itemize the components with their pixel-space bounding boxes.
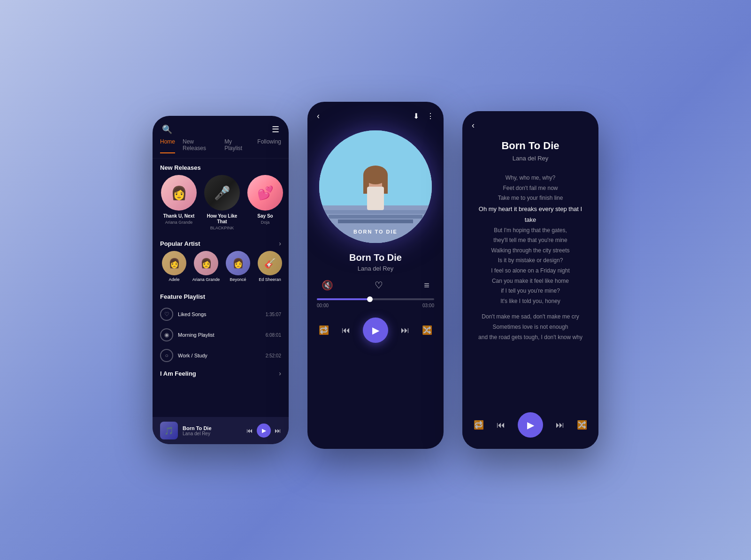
album-circle: BORN TO DIE bbox=[319, 130, 432, 243]
lyrics-back-button[interactable]: ‹ bbox=[472, 121, 475, 130]
release-item-ariana[interactable]: 👩 Thank U, Next Ariana Grande bbox=[160, 175, 198, 230]
release-artist-ariana: Ariana Grande bbox=[165, 220, 193, 225]
lyrics-shuffle-button[interactable]: 🔀 bbox=[577, 420, 587, 430]
lyric-line-2: Feet don't fail me now bbox=[474, 183, 587, 194]
next-button[interactable]: ⏭ bbox=[401, 325, 409, 335]
progress-fill bbox=[317, 298, 370, 300]
svg-rect-3 bbox=[329, 215, 422, 219]
lyrics-container: Why, who me, why? Feet don't fail me now… bbox=[462, 173, 598, 342]
avatar-beyonce: 👩 bbox=[226, 251, 250, 275]
more-icon[interactable]: ⋮ bbox=[427, 112, 434, 121]
lyrics-play-pause-button[interactable]: ▶ bbox=[518, 412, 543, 438]
lyrics-prev-button[interactable]: ⏮ bbox=[497, 420, 505, 430]
svg-rect-9 bbox=[367, 187, 384, 210]
popular-artist-title: Popular Artist bbox=[160, 240, 200, 247]
phone-home: 🔍 ☰ Home New Releases My Playlist Follow… bbox=[153, 116, 289, 444]
i-am-feeling-chevron[interactable]: › bbox=[279, 370, 281, 377]
lyric-line-12: It's like I told you, honey bbox=[474, 296, 587, 307]
svg-rect-2 bbox=[319, 210, 432, 214]
nav-my-playlist[interactable]: My Playlist bbox=[224, 138, 250, 153]
download-icon[interactable]: ⬇ bbox=[413, 112, 419, 121]
album-art-svg: BORN TO DIE bbox=[319, 130, 432, 243]
lyrics-repeat-button[interactable]: 🔁 bbox=[474, 420, 484, 430]
now-playing-info: Born To Die Lana del Rey bbox=[183, 425, 242, 436]
next-button[interactable]: ⏭ bbox=[275, 427, 281, 434]
now-playing-bar[interactable]: 🎵 Born To Die Lana del Rey ⏮ ▶ ⏭ bbox=[153, 417, 289, 444]
artist-item-adele[interactable]: 👩 Adele bbox=[160, 251, 188, 282]
playlist-item-morning[interactable]: ◉ Morning Playlist 6:08:01 bbox=[160, 325, 281, 345]
lyric-line-14: Sometimes love is not enough bbox=[474, 322, 587, 333]
album-art-ariana: 👩 bbox=[161, 175, 197, 211]
lyrics-song-title: Born To Die bbox=[472, 140, 589, 152]
player-controls: 🔁 ⏮ ▶ ⏭ 🔀 bbox=[307, 312, 444, 352]
lyrics-song-artist: Lana del Rey bbox=[472, 155, 589, 162]
nav-home[interactable]: Home bbox=[160, 138, 175, 153]
lyric-break bbox=[474, 306, 587, 312]
lyrics-song-info: Born To Die Lana del Rey bbox=[462, 135, 598, 173]
album-art-inner-bp: 🎤 bbox=[204, 175, 240, 211]
svg-text:BORN TO DIE: BORN TO DIE bbox=[353, 229, 398, 235]
artists-list: 👩 Adele 👩 Ariana Grande 👩 Beyoncé 🎸 Ed S… bbox=[153, 251, 289, 288]
lyrics-next-button[interactable]: ⏭ bbox=[556, 420, 564, 430]
search-icon[interactable]: 🔍 bbox=[162, 124, 172, 135]
shuffle-button[interactable]: 🔀 bbox=[422, 325, 432, 335]
phone-lyrics: ‹ Born To Die Lana del Rey Why, who me, … bbox=[462, 111, 598, 449]
progress-container[interactable]: 00:00 03:00 bbox=[307, 298, 444, 312]
playlist-duration-work: 2:52:02 bbox=[266, 353, 281, 358]
menu-icon[interactable]: ☰ bbox=[272, 124, 279, 135]
playlist-left-work: ○ Work / Study bbox=[160, 349, 207, 362]
release-name-doja: Say So bbox=[257, 213, 273, 219]
new-releases-list: 👩 Thank U, Next Ariana Grande 🎤 How You … bbox=[153, 175, 289, 236]
playlist-section: ♡ Liked Songs 1:35:07 ◉ Morning Playlist… bbox=[153, 304, 289, 366]
now-playing-art: 🎵 bbox=[160, 422, 178, 439]
lyric-line-1: Why, who me, why? bbox=[474, 173, 587, 183]
popular-artist-header: Popular Artist › bbox=[153, 236, 289, 251]
prev-button[interactable]: ⏮ bbox=[342, 325, 350, 335]
lyric-line-8: Is it by mistake or design? bbox=[474, 256, 587, 266]
lyric-line-3: Take me to your finish line bbox=[474, 193, 587, 204]
play-button[interactable]: ▶ bbox=[257, 424, 271, 438]
lyric-line-5: But I'm hoping that the gates, bbox=[474, 226, 587, 236]
artist-item-beyonce[interactable]: 👩 Beyoncé bbox=[224, 251, 252, 282]
progress-bar[interactable] bbox=[317, 298, 434, 300]
phone-player: ‹ ⬇ ⋮ bbox=[307, 102, 444, 449]
nav-new-releases[interactable]: New Releases bbox=[183, 138, 217, 153]
queue-button[interactable]: ≡ bbox=[424, 280, 429, 291]
back-button[interactable]: ‹ bbox=[317, 111, 320, 121]
lyrics-header: ‹ bbox=[462, 111, 598, 135]
release-name-ariana: Thank U, Next bbox=[163, 213, 195, 219]
playlist-name-morning: Morning Playlist bbox=[178, 332, 215, 338]
heart-button[interactable]: ♡ bbox=[375, 280, 383, 291]
player-song-artist: Lana del Rey bbox=[317, 265, 434, 272]
lyric-line-13: Don't make me sad, don't make me cry bbox=[474, 312, 587, 322]
volume-button[interactable]: 🔇 bbox=[322, 280, 333, 291]
artist-item-ed[interactable]: 🎸 Ed Sheeran bbox=[256, 251, 284, 282]
playlist-duration-liked: 1:35:07 bbox=[266, 312, 281, 317]
now-playing-controls: ⏮ ▶ ⏭ bbox=[246, 424, 281, 438]
release-name-blackpink: How You Like That bbox=[203, 213, 241, 225]
time-labels: 00:00 03:00 bbox=[317, 303, 434, 308]
repeat-button[interactable]: 🔁 bbox=[319, 325, 329, 335]
artist-item-ariana[interactable]: 👩 Ariana Grande bbox=[192, 251, 220, 282]
nav-following[interactable]: Following bbox=[257, 138, 281, 153]
home-nav: Home New Releases My Playlist Following bbox=[153, 138, 289, 159]
artist-name-ariana: Ariana Grande bbox=[192, 277, 220, 282]
playlist-icon-morning: ◉ bbox=[160, 328, 173, 341]
lyrics-controls: 🔁 ⏮ ▶ ⏭ 🔀 bbox=[462, 405, 598, 449]
release-artist-doja: Doja bbox=[261, 220, 270, 225]
artist-name-adele: Adele bbox=[169, 277, 179, 282]
now-playing-artist: Lana del Rey bbox=[183, 431, 242, 436]
playlist-item-work[interactable]: ○ Work / Study 2:52:02 bbox=[160, 345, 281, 366]
player-song-info: Born To Die Lana del Rey bbox=[307, 252, 444, 280]
prev-button[interactable]: ⏮ bbox=[246, 427, 253, 434]
player-header-icons: ⬇ ⋮ bbox=[413, 112, 434, 121]
popular-artist-chevron[interactable]: › bbox=[279, 240, 281, 247]
album-art-blackpink: 🎤 bbox=[204, 175, 240, 211]
release-item-blackpink[interactable]: 🎤 How You Like That BLACKPINK bbox=[203, 175, 241, 230]
playlist-item-liked[interactable]: ♡ Liked Songs 1:35:07 bbox=[160, 304, 281, 325]
release-item-doja[interactable]: 💕 Say So Doja bbox=[246, 175, 284, 230]
lyric-line-15: and the road gets tough, I don't know wh… bbox=[474, 333, 587, 342]
lyric-line-7: Walking through the city streets bbox=[474, 246, 587, 256]
play-pause-button[interactable]: ▶ bbox=[363, 318, 388, 343]
playlist-icon-liked: ♡ bbox=[160, 308, 173, 321]
